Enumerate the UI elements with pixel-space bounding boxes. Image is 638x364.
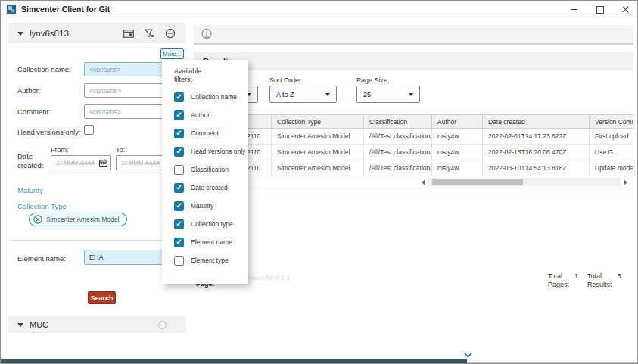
- table-bottom-border: [196, 188, 633, 188]
- filter-option-label: Classification: [191, 166, 229, 173]
- table-grid-icon[interactable]: [123, 30, 134, 38]
- page-size-label: Page Size:: [356, 76, 390, 84]
- cell-author: msiy4w: [432, 145, 483, 160]
- search-button[interactable]: Search: [88, 291, 116, 304]
- checkbox-icon[interactable]: [174, 129, 184, 138]
- filter-option-comment[interactable]: Comment: [174, 129, 248, 138]
- arrow-down-circle-icon[interactable]: [201, 28, 213, 41]
- checkbox-icon[interactable]: [174, 147, 184, 157]
- chevron-down-icon: [409, 93, 413, 96]
- head-versions-label: Head versions only:: [17, 128, 80, 136]
- total-results-value: 3: [618, 272, 621, 290]
- window-controls: [571, 1, 630, 17]
- app-window: Simcenter Client for Git lynv6s013 More.…: [0, 0, 638, 364]
- head-versions-checkbox[interactable]: [84, 125, 94, 135]
- cell-author: msiy4w: [432, 160, 483, 176]
- checkbox-icon[interactable]: [174, 165, 184, 175]
- filter-option-head-versions-only[interactable]: Head versions only: [174, 147, 248, 157]
- cell-classification: /All/Test classification/: [364, 145, 432, 160]
- total-results-label-2: Results:: [587, 281, 612, 288]
- filter-option-label: Date created: [191, 184, 228, 191]
- table-row[interactable]: 2110 Simcenter Amesim Model /All/Test cl…: [196, 129, 633, 145]
- column-header: Date created: [483, 115, 590, 128]
- cell-date-created: 2022-03-10T14:54:13.818Z: [483, 160, 590, 176]
- collection-name-label: Collection name:: [17, 65, 71, 73]
- available-filters-popup: Available filters: Collection name Autho…: [162, 60, 248, 284]
- cell-collection-type: Simcenter Amesim Model: [272, 160, 364, 176]
- table-header-row: Collection Type Classification Author Da…: [196, 114, 633, 129]
- app-logo-icon: [7, 5, 16, 14]
- status-ring-icon[interactable]: [158, 321, 167, 329]
- muc-section-label: MUC: [30, 320, 48, 329]
- filter-option-label: Collection name: [191, 93, 237, 101]
- total-pages: Total Pages: 1: [548, 272, 578, 290]
- maturity-label: Maturity: [17, 186, 43, 194]
- total-pages-value: 1: [574, 272, 578, 290]
- results-toolbar: [194, 25, 633, 45]
- filter-option-label: Element name: [191, 238, 232, 246]
- calendar-icon[interactable]: [99, 159, 107, 167]
- total-pages-label-2: Pages:: [548, 281, 569, 288]
- checkbox-icon[interactable]: [174, 183, 184, 193]
- maximize-button[interactable]: [596, 5, 604, 13]
- filter-option-maturity[interactable]: Maturity: [174, 201, 248, 211]
- date-created-label: Date created:: [17, 152, 54, 170]
- left-panel-divider: [8, 240, 186, 241]
- scroll-right-icon[interactable]: [624, 179, 627, 185]
- checkbox-icon[interactable]: [174, 256, 184, 266]
- column-header: Collection Type: [272, 115, 364, 128]
- chevron-down-icon[interactable]: [464, 353, 472, 358]
- minimize-button[interactable]: [571, 5, 578, 13]
- cell-author: msiy4w: [432, 129, 483, 144]
- filter-option-element-name[interactable]: Element name: [174, 238, 248, 247]
- muc-section-header[interactable]: MUC: [8, 316, 186, 333]
- cell-collection-type: Simcenter Amesim Model: [272, 145, 364, 160]
- minus-circle-icon[interactable]: [165, 28, 176, 39]
- page-size-value: 25: [363, 91, 371, 98]
- cell-classification: /All/Test classification/: [364, 129, 432, 144]
- scrollbar-thumb[interactable]: [432, 179, 523, 185]
- horizontal-scrollbar[interactable]: [422, 177, 627, 187]
- filter-option-collection-name[interactable]: Collection name: [174, 92, 248, 102]
- column-header: Version Comment: [590, 115, 633, 128]
- bottom-panel-bar[interactable]: [1, 359, 467, 363]
- filter-option-date-created[interactable]: Date created: [174, 183, 248, 193]
- cell-date-created: 2022-02-01T14:17:23.622Z: [483, 129, 590, 144]
- table-row[interactable]: 2110 Simcenter Amesim Model /All/Test cl…: [196, 145, 633, 160]
- table-row[interactable]: 2110 Simcenter Amesim Model /All/Test cl…: [196, 160, 633, 176]
- repo-section-header[interactable]: lynv6s013: [8, 23, 186, 43]
- more-filters-button[interactable]: More...: [160, 48, 184, 59]
- column-header: Classification: [364, 115, 432, 128]
- collection-type-chip[interactable]: Simcenter Amesim Model: [29, 213, 127, 226]
- page-size-dropdown[interactable]: 25: [356, 86, 420, 103]
- cell-version-comment: First upload: [590, 129, 633, 144]
- filter-option-label: Comment: [191, 129, 219, 137]
- checkbox-icon[interactable]: [174, 219, 184, 229]
- cell-classification: /All/Test classification/: [364, 160, 432, 176]
- remove-chip-icon[interactable]: [33, 215, 42, 224]
- filter-option-author[interactable]: Author: [174, 110, 248, 120]
- cell-date-created: 2022-02-15T16:20:06.470Z: [483, 145, 590, 160]
- checkbox-icon[interactable]: [174, 92, 184, 102]
- checkbox-icon[interactable]: [174, 201, 184, 211]
- filter-option-element-type[interactable]: Element type: [174, 256, 248, 266]
- cell-version-comment: Use G: [590, 145, 633, 160]
- close-button[interactable]: [622, 5, 630, 13]
- collection-type-label: Collection Type: [17, 202, 67, 210]
- filter-option-label: Maturity: [191, 202, 213, 210]
- filter-funnel-icon[interactable]: [145, 29, 154, 38]
- sort-order-dropdown[interactable]: A to Z: [269, 86, 337, 103]
- date-from-label: From:: [51, 146, 69, 154]
- element-name-label: Element name:: [17, 254, 66, 263]
- filter-option-label: Collection type: [191, 220, 233, 228]
- filter-option-collection-type[interactable]: Collection type: [174, 219, 248, 229]
- chevron-down-icon: [17, 32, 23, 36]
- scrollbar-track[interactable]: [428, 178, 621, 186]
- total-results: Total Results: 3: [587, 272, 621, 290]
- filter-option-classification[interactable]: Classification: [174, 165, 248, 175]
- scroll-left-icon[interactable]: [422, 179, 425, 185]
- checkbox-icon[interactable]: [174, 238, 184, 247]
- sort-order-value: A to Z: [276, 91, 294, 98]
- checkbox-icon[interactable]: [174, 110, 184, 120]
- filter-option-label: Head versions only: [191, 148, 245, 155]
